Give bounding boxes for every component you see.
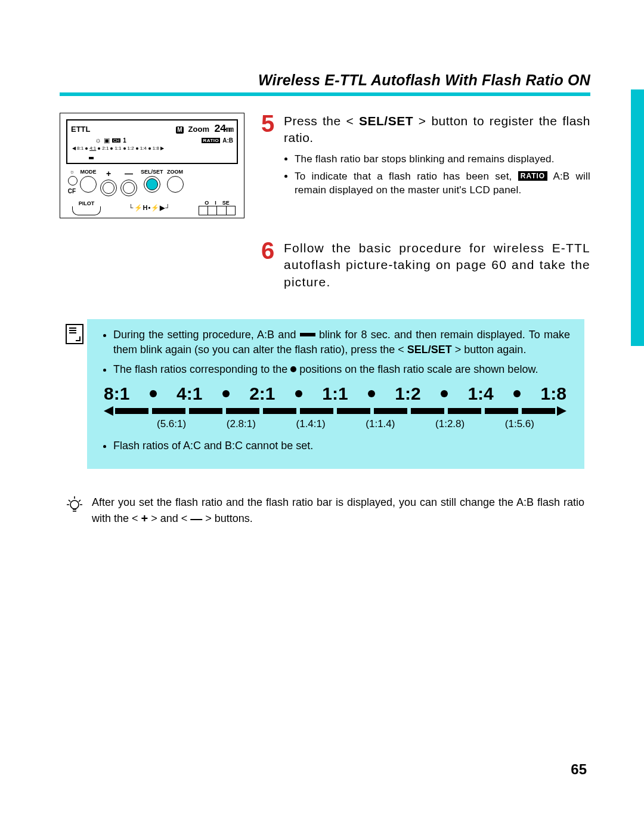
lcd-ratio-scale: ◀ 8:1 4:1 2:1 1:1 1:2 1:4 1:8 ▶ (71, 146, 233, 151)
bolt-icons: └⚡H•⚡▶┘ (129, 204, 171, 212)
lcd-ab: A:B (222, 137, 233, 144)
step5-btnname: SEL/SET (359, 114, 413, 128)
ratio-tag-inline: RATIO (518, 171, 547, 181)
note-box: During the setting procedure, A:B and bl… (87, 319, 584, 469)
step5-text-a: Press the < (284, 114, 354, 128)
label-plus: + (106, 169, 111, 178)
section-tab (631, 89, 644, 346)
lamp-icon: ☼ (69, 169, 74, 175)
lcd-m-icon: M (176, 126, 183, 134)
lcd-mode: ETTL (71, 125, 91, 134)
selset-button[interactable] (144, 176, 160, 193)
camera-icon: ▣ (104, 137, 110, 144)
step-5: 5 Press the < SEL/SET > button to regist… (261, 113, 590, 201)
lcd-ratio-tag: RATIO (202, 138, 220, 143)
title-rule (60, 92, 590, 96)
label-on: I (215, 200, 216, 206)
lcd-zoom-value: 24 (214, 123, 226, 135)
label-cf: CF (68, 188, 76, 194)
dot-icon (290, 366, 296, 372)
svg-point-0 (70, 500, 79, 509)
step-6: 6 Follow the basic procedure for wireles… (261, 240, 590, 291)
power-switch[interactable] (199, 206, 236, 215)
label-mode: MODE (80, 169, 97, 175)
step-number: 6 (261, 240, 278, 291)
step-number: 5 (261, 113, 278, 201)
note-bullet-1: During the setting procedure, A:B and bl… (113, 327, 570, 357)
minus-button[interactable] (120, 180, 137, 196)
pilot-button[interactable] (72, 206, 101, 215)
label-pilot: PILOT (79, 200, 95, 206)
label-selset: SEL/SET (141, 169, 163, 175)
ratio-scale-bar (104, 406, 566, 416)
ready-lamp (68, 176, 78, 186)
lcd-ch-value: 1 (123, 137, 126, 144)
step6-text: Follow the basic procedure for wireless … (284, 240, 590, 291)
label-se: SE (222, 200, 230, 206)
lcd-panel: ETTL M Zoom 24mm ☼ ▣ CH 1 RATIO A:B ◀ (66, 119, 238, 164)
plus-icon: + (141, 512, 148, 525)
plus-button[interactable] (100, 180, 117, 196)
step5-bullet-1: The flash ratio bar stops blinking and r… (295, 153, 590, 166)
note-icon (66, 324, 83, 344)
page-number: 65 (571, 761, 587, 778)
label-minus: — (125, 169, 133, 178)
bar-icon (300, 333, 315, 336)
minus-icon: — (190, 512, 202, 525)
lightbulb-icon (66, 495, 83, 527)
tip-block: After you set the flash ratio and the fl… (66, 495, 584, 527)
big-ratio-scale: 8:1 4:1 2:1 1:1 1:2 1:4 1:8 (104, 384, 566, 404)
label-off: O (205, 200, 209, 206)
mode-button[interactable] (80, 176, 97, 193)
wireless-icon: ☼ (95, 136, 101, 144)
note-bullet-2: The flash ratios corresponding to the po… (113, 362, 570, 377)
lcd-ch-label: CH (112, 138, 120, 143)
zoom-button[interactable] (167, 176, 184, 193)
label-zoom: ZOOM (167, 169, 183, 175)
sub-ratio-values: (5.6:1) (2.8:1) (1.4:1) (1:1.4) (1:2.8) … (157, 418, 534, 430)
step5-bullet-2: To indicate that a flash ratio has been … (295, 170, 590, 197)
note-bullet-3: Flash ratios of A:C and B:C cannot be se… (113, 438, 570, 453)
page-title: Wireless E-TTL Autoflash With Flash Rati… (60, 72, 590, 89)
lcd-zoom-label: Zoom (188, 125, 209, 134)
lcd-zoom-unit: mm (226, 126, 233, 134)
flash-unit-illustration: ETTL M Zoom 24mm ☼ ▣ CH 1 RATIO A:B ◀ (60, 113, 244, 218)
